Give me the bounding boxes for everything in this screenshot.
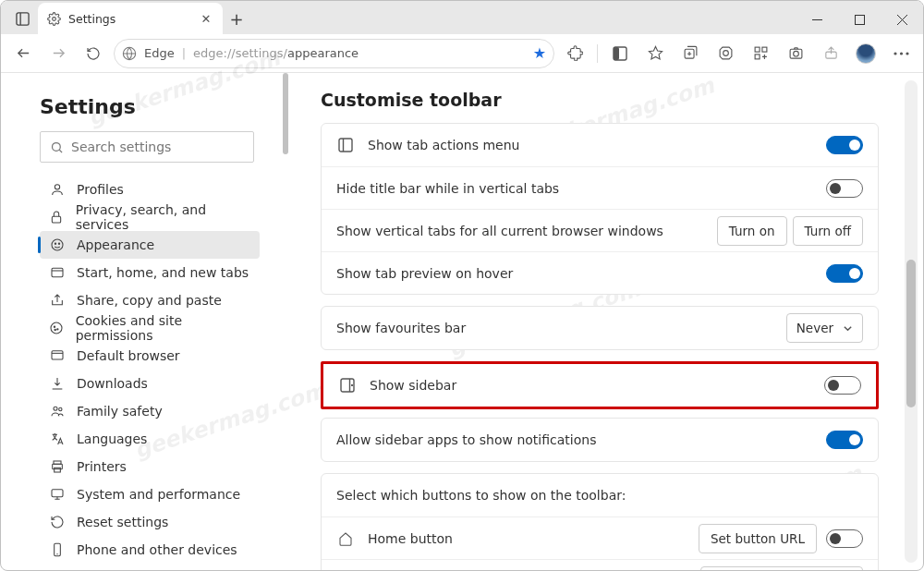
sidebar-item-printers[interactable]: Printers (40, 453, 260, 480)
sidebar-item-reset[interactable]: Reset settings (40, 508, 260, 536)
sidebar-item-label: Profiles (77, 182, 124, 197)
sidebar-row-icon (338, 378, 357, 393)
new-tab-button[interactable]: + (223, 5, 250, 32)
sidebar-item-label: Languages (77, 431, 147, 446)
svg-rect-42 (52, 351, 63, 359)
favorite-star-icon[interactable]: ★ (533, 44, 546, 62)
svg-point-2 (53, 17, 56, 20)
system-icon (49, 487, 66, 502)
row-label: Hide title bar while in vertical tabs (336, 181, 826, 196)
svg-rect-56 (339, 139, 352, 152)
svg-rect-4 (855, 15, 864, 24)
svg-rect-18 (755, 47, 760, 52)
fav-bar-select[interactable]: Never (786, 313, 863, 343)
share-icon (816, 39, 845, 68)
toggle-sidebar-notif[interactable] (826, 431, 863, 449)
svg-rect-50 (52, 490, 63, 497)
toggle-hide-title[interactable] (826, 179, 863, 198)
svg-point-39 (55, 326, 55, 327)
sidebar-item-default-browser[interactable]: Default browser (40, 342, 260, 370)
svg-rect-49 (55, 468, 61, 472)
svg-point-46 (59, 407, 62, 410)
sidebar-item-label: Cookies and site permissions (76, 313, 250, 343)
svg-point-31 (55, 185, 59, 189)
profile-avatar[interactable] (851, 39, 881, 68)
more-menu-icon[interactable] (886, 39, 916, 68)
content-area: Settings Profiles Privacy, search, and s… (1, 73, 923, 570)
sidebar-item-label: Start, home, and new tabs (77, 265, 249, 280)
turn-on-button[interactable]: Turn on (717, 216, 787, 246)
close-window-button[interactable] (881, 5, 923, 34)
search-settings-field[interactable] (40, 131, 254, 163)
row-extensions-button: Extensions button Show automatically (322, 559, 878, 570)
svg-line-30 (59, 150, 62, 152)
turn-off-button[interactable]: Turn off (793, 216, 863, 246)
address-separator: | (182, 46, 186, 60)
minimize-button[interactable] (796, 5, 838, 34)
sidebar-item-label: Appearance (77, 237, 154, 252)
sidebar-item-family[interactable]: Family safety (40, 397, 260, 425)
sidebar-item-languages[interactable]: Languages (40, 425, 260, 453)
row-label: Show favourites bar (336, 321, 786, 335)
sidebar-item-start[interactable]: Start, home, and new tabs (40, 259, 260, 286)
sidebar-item-system[interactable]: System and performance (40, 480, 260, 508)
tab-title: Settings (68, 12, 191, 26)
close-tab-icon[interactable]: ✕ (199, 11, 213, 26)
extensions-select[interactable]: Show automatically (700, 566, 863, 571)
svg-rect-19 (761, 47, 766, 52)
refresh-button[interactable] (79, 39, 108, 68)
apps-icon[interactable] (746, 39, 775, 68)
sidebar-item-accessibility[interactable]: Accessibility (40, 564, 260, 570)
maximize-button[interactable] (838, 5, 881, 34)
sidebar-scrollbar[interactable] (282, 73, 289, 570)
ad-blocker-icon[interactable] (711, 39, 740, 68)
row-sidebar-notif: Allow sidebar apps to show notifications (322, 419, 878, 461)
toggle-tab-preview[interactable] (826, 264, 863, 283)
screenshot-icon[interactable] (781, 39, 810, 68)
sidebar-item-label: Reset settings (77, 515, 168, 529)
browser-toolbar: Edge | edge://settings/appearance ★ (1, 34, 923, 73)
settings-sidebar: Settings Profiles Privacy, search, and s… (1, 73, 289, 570)
sidebar-item-label: Default browser (77, 348, 180, 363)
browser-tab[interactable]: Settings ✕ (38, 3, 223, 34)
svg-rect-0 (16, 12, 28, 24)
tab-actions-icon[interactable] (6, 3, 38, 34)
toolbar-tabs-card: Show tab actions menu Hide title bar whi… (321, 123, 879, 295)
svg-point-26 (894, 52, 896, 55)
settings-heading: Settings (40, 95, 284, 118)
favorites-icon[interactable] (640, 39, 670, 68)
svg-rect-11 (614, 47, 619, 60)
sidebar-item-downloads[interactable]: Downloads (40, 370, 260, 397)
set-button-url[interactable]: Set button URL (699, 524, 817, 553)
sidebar-item-label: Phone and other devices (77, 542, 237, 557)
row-vertical-tabs: Show vertical tabs for all current brows… (322, 209, 878, 251)
svg-point-17 (723, 51, 728, 56)
extensions-puzzle-icon[interactable] (560, 39, 590, 68)
search-icon (50, 140, 64, 154)
sidebar-item-phone[interactable]: Phone and other devices (40, 536, 260, 564)
svg-rect-32 (53, 216, 61, 223)
site-info-icon[interactable] (122, 46, 137, 61)
svg-rect-20 (755, 55, 760, 59)
sidebar-item-share[interactable]: Share, copy and paste (40, 286, 260, 314)
sidebar-item-cookies[interactable]: Cookies and site permissions (40, 314, 260, 342)
toggle-home-button[interactable] (826, 529, 863, 548)
row-label: Select which buttons to show on the tool… (336, 488, 863, 503)
sidebar-item-appearance[interactable]: Appearance (40, 231, 260, 259)
sidebar-item-privacy[interactable]: Privacy, search, and services (40, 203, 260, 231)
svg-point-28 (906, 52, 908, 55)
collections-icon[interactable] (675, 39, 705, 68)
phone-icon (49, 542, 66, 557)
tab-actions-row-icon (336, 138, 355, 152)
sidebar-item-profiles[interactable]: Profiles (40, 176, 260, 203)
toggle-tab-actions[interactable] (826, 136, 863, 154)
sidebar-panel-icon[interactable] (605, 39, 635, 68)
main-scrollbar[interactable] (905, 80, 918, 563)
address-bar[interactable]: Edge | edge://settings/appearance ★ (114, 39, 554, 68)
toggle-show-sidebar[interactable] (824, 376, 861, 395)
search-input[interactable] (71, 140, 244, 154)
separator (597, 44, 598, 63)
sidebar-item-label: Printers (77, 459, 127, 474)
svg-point-27 (899, 52, 902, 55)
back-button[interactable] (8, 39, 38, 68)
